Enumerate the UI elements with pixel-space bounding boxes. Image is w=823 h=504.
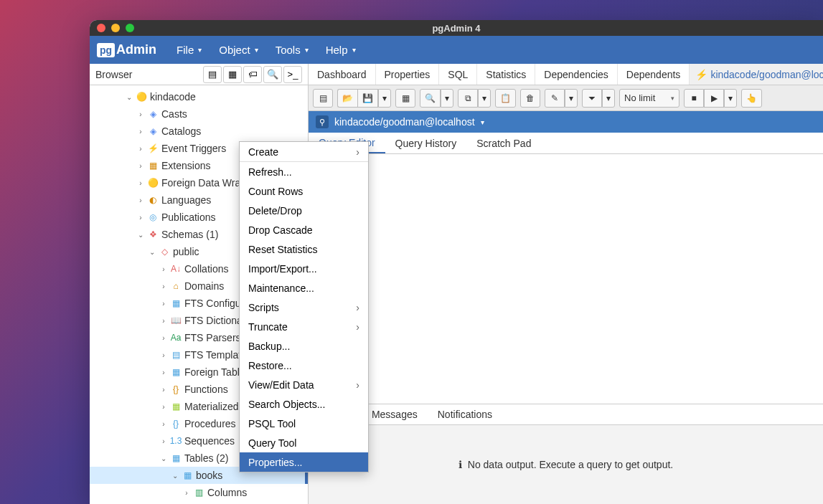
sidebar-btn-db-icon[interactable]: ▤ bbox=[203, 66, 222, 83]
tree-item-kindacode[interactable]: ⌄🟡kindacode bbox=[90, 88, 308, 105]
expand-icon[interactable]: › bbox=[136, 179, 146, 187]
expand-icon[interactable]: › bbox=[136, 128, 146, 135]
context-menu-restore-[interactable]: Restore... bbox=[240, 356, 368, 375]
tool-save-icon[interactable]: 💾 bbox=[357, 89, 378, 108]
collapse-icon[interactable]: ⌄ bbox=[136, 231, 146, 239]
tool-delete-icon[interactable]: 🗑 bbox=[520, 89, 540, 108]
context-menu-delete-drop[interactable]: Delete/Drop bbox=[240, 201, 368, 220]
expand-icon[interactable]: › bbox=[159, 369, 169, 376]
context-menu-backup-[interactable]: Backup... bbox=[240, 336, 368, 356]
tree-type-icon: ❖ bbox=[147, 229, 159, 240]
menu-help[interactable]: Help bbox=[319, 39, 363, 60]
tree-item-columns[interactable]: ›▥Columns bbox=[90, 484, 308, 501]
query-editor[interactable] bbox=[309, 154, 823, 404]
tree-type-icon: ◎ bbox=[147, 211, 159, 223]
expand-icon[interactable]: › bbox=[136, 214, 146, 222]
sidebar-btn-search-icon[interactable]: 🔍 bbox=[263, 66, 282, 83]
chevron-down-icon[interactable]: ▾ bbox=[481, 118, 484, 126]
tool-edit-icon[interactable]: ✎ bbox=[545, 89, 565, 108]
context-menu-refresh-[interactable]: Refresh... bbox=[240, 162, 368, 181]
collapse-icon[interactable]: ⌄ bbox=[159, 455, 169, 462]
tool-find-dropdown[interactable]: ▾ bbox=[441, 89, 453, 108]
tool-run-dropdown[interactable]: ▾ bbox=[724, 89, 737, 108]
expand-icon[interactable]: › bbox=[159, 403, 169, 411]
tool-save-dropdown[interactable]: ▾ bbox=[378, 89, 391, 108]
tree-type-icon: Aa bbox=[170, 332, 182, 343]
tab-sql[interactable]: SQL bbox=[439, 64, 477, 85]
expand-icon[interactable]: › bbox=[159, 334, 169, 342]
expand-icon[interactable]: › bbox=[136, 196, 146, 204]
expand-icon[interactable]: › bbox=[159, 300, 169, 308]
menu-file[interactable]: File bbox=[169, 39, 209, 60]
expand-icon[interactable]: › bbox=[159, 282, 169, 290]
close-icon[interactable] bbox=[97, 24, 105, 32]
tree-item-casts[interactable]: ›◈Casts bbox=[90, 105, 308, 123]
expand-icon[interactable]: › bbox=[136, 162, 146, 170]
collapse-icon[interactable]: ⌄ bbox=[147, 248, 157, 256]
tab-properties[interactable]: Properties bbox=[376, 64, 440, 85]
tree-item-catalogs[interactable]: ›◈Catalogs bbox=[90, 123, 308, 140]
tool-stop-icon[interactable]: ■ bbox=[684, 89, 704, 108]
tree-item-label: Domains bbox=[184, 280, 224, 292]
context-menu-maintenance-[interactable]: Maintenance... bbox=[240, 278, 368, 298]
sidebar-btn-grid-icon[interactable]: ▦ bbox=[223, 66, 242, 83]
qtab-scratch[interactable]: Scratch Pad bbox=[466, 133, 541, 153]
tab-statistics[interactable]: Statistics bbox=[477, 64, 535, 85]
expand-icon[interactable]: › bbox=[182, 489, 192, 497]
tool-copy-icon[interactable]: ⧉ bbox=[458, 89, 478, 108]
tool-explain-icon[interactable]: 👆 bbox=[741, 89, 762, 108]
context-menu-create[interactable]: Create bbox=[240, 142, 368, 161]
context-menu-reset-statistics[interactable]: Reset Statistics bbox=[240, 239, 368, 259]
tool-filter-icon[interactable]: ⏷ bbox=[582, 89, 602, 108]
context-menu-scripts[interactable]: Scripts bbox=[240, 298, 368, 317]
tab-connection[interactable]: ⚡ kindacode/goodman@localhos bbox=[690, 64, 823, 85]
expand-icon[interactable]: › bbox=[159, 317, 169, 325]
collapse-icon[interactable]: ⌄ bbox=[170, 472, 180, 480]
expand-icon[interactable]: › bbox=[159, 351, 169, 359]
tool-run-icon[interactable]: ▶ bbox=[704, 89, 724, 108]
expand-icon[interactable]: › bbox=[159, 420, 169, 428]
maximize-icon[interactable] bbox=[126, 24, 134, 32]
tab-dashboard[interactable]: Dashboard bbox=[309, 64, 376, 85]
tree-type-icon: ◈ bbox=[147, 108, 159, 120]
context-menu-view-edit-data[interactable]: View/Edit Data bbox=[240, 375, 368, 394]
context-menu-truncate[interactable]: Truncate bbox=[240, 317, 368, 336]
tool-edit-dropdown[interactable]: ▾ bbox=[565, 89, 578, 108]
context-menu-psql-tool[interactable]: PSQL Tool bbox=[240, 414, 368, 433]
tool-copy-sql-icon[interactable]: ▦ bbox=[395, 89, 415, 108]
tool-limit-dropdown[interactable]: No limit bbox=[619, 89, 679, 108]
context-menu-drop-cascade[interactable]: Drop Cascade bbox=[240, 220, 368, 239]
context-menu-import-export-[interactable]: Import/Export... bbox=[240, 259, 368, 278]
tool-filter-dropdown[interactable]: ▾ bbox=[602, 89, 615, 108]
expand-icon[interactable]: › bbox=[136, 110, 146, 118]
minimize-icon[interactable] bbox=[111, 24, 120, 32]
tool-copy-dropdown[interactable]: ▾ bbox=[478, 89, 491, 108]
expand-icon[interactable]: › bbox=[136, 145, 146, 153]
expand-icon[interactable]: › bbox=[159, 437, 169, 445]
expand-icon[interactable]: › bbox=[159, 265, 169, 273]
expand-icon[interactable]: › bbox=[159, 386, 169, 394]
sidebar-btn-tag-icon[interactable]: 🏷 bbox=[243, 66, 262, 83]
tool-open-icon[interactable]: 📂 bbox=[337, 89, 357, 108]
sidebar-btn-terminal-icon[interactable]: >_ bbox=[283, 66, 302, 83]
context-menu-properties-[interactable]: Properties... bbox=[240, 452, 368, 472]
query-path-label: kindacode/goodman@localhost bbox=[334, 116, 475, 128]
menu-object[interactable]: Object bbox=[212, 39, 265, 60]
tab-dependents[interactable]: Dependents bbox=[618, 64, 690, 85]
qtab-history[interactable]: Query History bbox=[385, 133, 467, 153]
tool-paste-icon[interactable]: 📋 bbox=[495, 89, 516, 108]
context-menu-search-objects-[interactable]: Search Objects... bbox=[240, 394, 368, 414]
collapse-icon[interactable]: ⌄ bbox=[124, 93, 134, 101]
rtab-messages[interactable]: Messages bbox=[362, 404, 428, 424]
context-menu-label: Delete/Drop bbox=[248, 205, 302, 217]
tool-find-icon[interactable]: 🔍 bbox=[420, 89, 441, 108]
menu-tools[interactable]: Tools bbox=[268, 39, 316, 60]
rtab-notifications[interactable]: Notifications bbox=[428, 404, 502, 424]
tab-dependencies[interactable]: Dependencies bbox=[535, 64, 618, 85]
context-menu-query-tool[interactable]: Query Tool bbox=[240, 433, 368, 452]
connection-icon[interactable]: ⚲ bbox=[316, 115, 329, 128]
context-menu-label: PSQL Tool bbox=[248, 418, 296, 429]
context-menu-count-rows[interactable]: Count Rows bbox=[240, 181, 368, 201]
tool-db-icon[interactable]: ▤ bbox=[313, 89, 333, 108]
context-menu[interactable]: CreateRefresh...Count RowsDelete/DropDro… bbox=[239, 141, 369, 472]
